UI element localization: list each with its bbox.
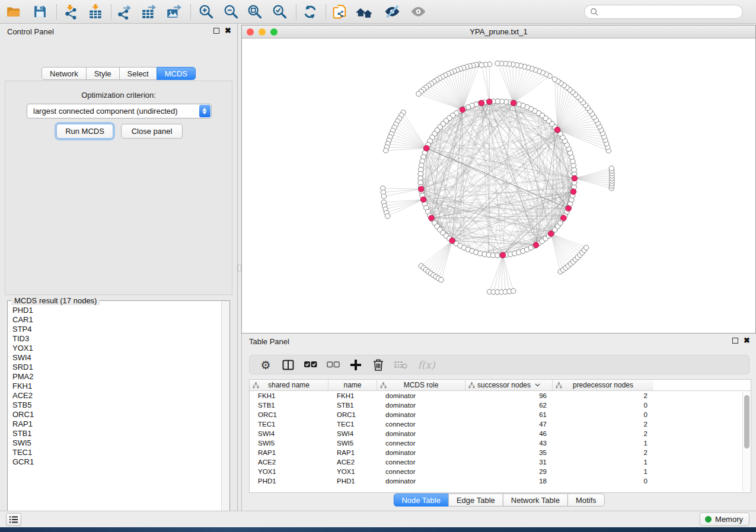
float-window-icon[interactable] xyxy=(732,338,738,344)
network-hub-node[interactable] xyxy=(500,252,505,258)
result-list-item[interactable]: STB1 xyxy=(8,429,221,438)
add-row-icon[interactable] xyxy=(347,357,365,373)
result-list-item[interactable]: PHD1 xyxy=(8,306,221,315)
network-node[interactable] xyxy=(584,245,589,250)
column-header-name[interactable]: name xyxy=(328,380,377,390)
result-list-item[interactable]: TID3 xyxy=(8,334,221,344)
function-builder-icon[interactable]: f(x) xyxy=(414,357,438,373)
delete-table-icon[interactable] xyxy=(392,357,410,373)
tab-mcds[interactable]: MCDS xyxy=(157,67,196,80)
result-list-item[interactable]: STB5 xyxy=(8,400,221,410)
settings-gear-icon[interactable]: ⚙ xyxy=(257,357,275,373)
network-hub-node[interactable] xyxy=(533,242,538,248)
export-table-icon[interactable] xyxy=(139,1,159,23)
network-hub-node[interactable] xyxy=(429,215,434,220)
select-all-icon[interactable] xyxy=(302,357,320,373)
table-row[interactable]: ORC1ORC1dominator610 xyxy=(250,410,751,419)
deselect-all-icon[interactable] xyxy=(324,357,342,373)
network-hub-node[interactable] xyxy=(424,146,429,151)
network-hub-node[interactable] xyxy=(548,231,554,236)
zoom-out-icon[interactable] xyxy=(221,1,241,23)
column-header-successor-nodes[interactable]: successor nodes xyxy=(465,380,553,390)
network-hub-node[interactable] xyxy=(487,99,492,104)
hide-selected-icon[interactable] xyxy=(382,1,402,23)
close-icon[interactable]: ✖ xyxy=(225,28,231,34)
result-list-item[interactable]: CAR1 xyxy=(8,315,221,325)
tab-edge-table[interactable]: Edge Table xyxy=(448,493,503,507)
table-row[interactable]: FKH1FKH1dominator962 xyxy=(250,391,751,400)
tab-style[interactable]: Style xyxy=(86,67,120,80)
result-scrollbar[interactable] xyxy=(221,301,229,520)
table-row[interactable]: STB1STB1dominator620 xyxy=(250,400,751,410)
network-hub-node[interactable] xyxy=(460,107,465,112)
search-field[interactable] xyxy=(584,5,743,19)
zoom-in-icon[interactable] xyxy=(196,1,216,23)
export-image-icon[interactable] xyxy=(164,1,184,23)
result-list-item[interactable]: SRD1 xyxy=(8,363,221,372)
network-node[interactable] xyxy=(385,214,390,219)
network-hub-node[interactable] xyxy=(572,175,577,181)
network-hub-node[interactable] xyxy=(570,189,576,194)
memory-button[interactable]: Memory xyxy=(700,512,749,526)
network-node[interactable] xyxy=(439,277,444,282)
import-network-icon[interactable] xyxy=(60,1,81,23)
table-row[interactable]: SWI5SWI5connector431 xyxy=(250,438,751,448)
network-hub-node[interactable] xyxy=(449,238,455,243)
tab-motifs[interactable]: Motifs xyxy=(567,493,605,507)
network-node[interactable] xyxy=(511,289,516,293)
show-all-icon[interactable] xyxy=(408,1,428,23)
network-node[interactable] xyxy=(416,91,421,96)
save-icon[interactable] xyxy=(30,1,50,23)
network-titlebar[interactable]: YPA_prune.txt_1 xyxy=(242,25,755,39)
network-hub-node[interactable] xyxy=(511,100,516,105)
refresh-icon[interactable] xyxy=(300,1,320,23)
scrollbar-thumb[interactable] xyxy=(744,395,749,448)
network-node[interactable] xyxy=(609,166,614,171)
result-list-item[interactable]: SWI4 xyxy=(8,353,221,363)
run-mcds-button[interactable]: Run MCDS xyxy=(56,124,113,139)
column-header-shared-name[interactable]: shared name xyxy=(250,380,328,390)
show-panels-icon[interactable] xyxy=(6,513,21,526)
result-list-item[interactable]: TEC1 xyxy=(8,448,221,457)
zoom-selected-icon[interactable] xyxy=(269,1,289,23)
result-list-item[interactable]: GCR1 xyxy=(8,457,221,467)
tab-node-table[interactable]: Node Table xyxy=(393,493,449,507)
criterion-dropdown[interactable]: largest connected component (undirected) xyxy=(27,104,212,118)
result-list-item[interactable]: ORC1 xyxy=(8,410,221,419)
close-icon[interactable]: ✖ xyxy=(744,338,750,344)
network-graph-canvas[interactable] xyxy=(242,39,755,333)
table-scrollbar[interactable] xyxy=(742,392,750,492)
duplicate-network-icon[interactable] xyxy=(330,1,350,23)
table-row[interactable]: ACE2ACE2connector311 xyxy=(250,457,751,467)
search-input[interactable] xyxy=(602,6,742,18)
network-node[interactable] xyxy=(384,148,388,153)
result-list-item[interactable]: PMA2 xyxy=(8,372,221,382)
tab-network[interactable]: Network xyxy=(42,67,87,80)
column-header-predecessor-nodes[interactable]: predecessor nodes xyxy=(553,380,653,390)
show-columns-icon[interactable] xyxy=(279,357,297,373)
column-header-mcds-role[interactable]: MCDS role xyxy=(377,380,465,390)
network-node[interactable] xyxy=(552,77,557,82)
table-row[interactable]: TEC1TEC1connector472 xyxy=(250,419,751,429)
network-hub-node[interactable] xyxy=(419,186,424,191)
open-icon[interactable] xyxy=(4,1,24,23)
tab-select[interactable]: Select xyxy=(119,67,157,80)
import-table-icon[interactable] xyxy=(85,1,106,23)
result-list-item[interactable]: FKH1 xyxy=(8,382,221,391)
network-node[interactable] xyxy=(495,61,500,66)
network-node[interactable] xyxy=(479,63,484,68)
zoom-fit-icon[interactable] xyxy=(244,1,264,23)
tab-network-table[interactable]: Network Table xyxy=(503,493,568,507)
network-hub-node[interactable] xyxy=(420,197,426,202)
network-node[interactable] xyxy=(381,194,386,198)
table-row[interactable]: SWI4SWI4dominator462 xyxy=(250,429,751,438)
table-row[interactable]: PHD1PHD1dominator180 xyxy=(250,476,751,486)
close-panel-button[interactable]: Close panel xyxy=(121,124,183,139)
network-hub-node[interactable] xyxy=(479,100,484,105)
table-row[interactable]: YOX1YOX1connector291 xyxy=(250,467,751,476)
result-list-item[interactable]: RAP1 xyxy=(8,419,221,429)
first-neighbors-icon[interactable] xyxy=(355,1,375,23)
network-hub-node[interactable] xyxy=(554,127,560,132)
table-row[interactable]: RAP1RAP1dominator352 xyxy=(250,448,751,457)
result-list-item[interactable]: SWI5 xyxy=(8,438,221,448)
